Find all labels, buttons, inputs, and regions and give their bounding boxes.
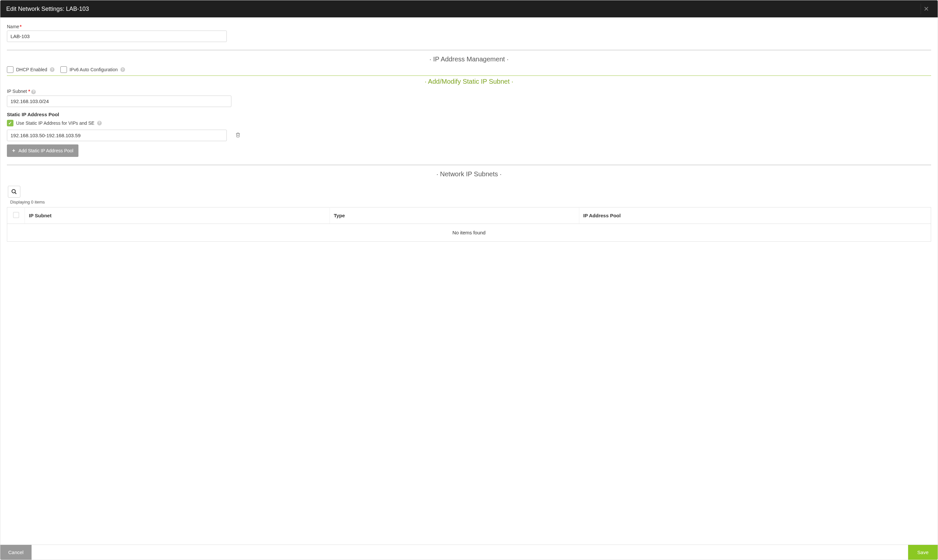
use-static-checkbox[interactable] [7,120,14,126]
add-pool-button[interactable]: + Add Static IP Address Pool [7,145,78,157]
subnet-section-header: Add/Modify Static IP Subnet [7,76,931,89]
search-button[interactable] [8,186,20,198]
ip-pool-header: IP Address Pool [579,207,931,223]
name-field-group: Name [7,24,931,42]
modal-body: Name IP Address Management DHCP Enabled … [0,17,938,545]
name-label: Name [7,24,931,29]
pool-range-row [7,130,931,141]
help-icon[interactable]: ? [50,67,54,72]
help-icon[interactable]: ? [31,89,36,94]
help-icon[interactable]: ? [97,121,102,125]
add-pool-label: Add Static IP Address Pool [18,148,73,153]
type-header: Type [329,207,579,223]
modal-footer: Cancel Save [0,545,938,560]
delete-pool-button[interactable] [234,131,242,140]
dhcp-checkbox[interactable] [7,66,14,73]
svg-point-0 [12,189,15,193]
subnets-table: IP Subnet Type IP Address Pool No items … [7,207,931,242]
use-static-checkbox-wrap[interactable]: Use Static IP Address for VIPs and SE ? [7,120,931,126]
ip-subnet-input[interactable] [7,95,231,107]
use-static-label: Use Static IP Address for VIPs and SE [16,120,95,126]
displaying-count: Displaying 0 items [10,200,931,205]
name-input[interactable] [7,31,227,42]
ipv6-checkbox[interactable] [60,66,67,73]
pool-range-input[interactable] [7,130,227,141]
select-all-checkbox[interactable] [13,212,19,218]
trash-icon [235,132,241,138]
static-pool-heading: Static IP Address Pool [7,112,931,117]
ipam-divider [7,50,931,50]
edit-network-modal: Edit Network Settings: LAB-103 ✕ Name IP… [0,0,938,560]
ipv6-checkbox-wrap[interactable]: IPv6 Auto Configuration ? [60,66,125,73]
ipam-checkboxes: DHCP Enabled ? IPv6 Auto Configuration ? [7,66,931,73]
ip-subnet-field-group: IP Subnet ? [7,89,931,107]
ipam-section-header: IP Address Management [7,54,931,66]
modal-title: Edit Network Settings: LAB-103 [6,6,89,12]
search-icon [11,189,17,195]
save-button[interactable]: Save [908,545,938,560]
modal-header: Edit Network Settings: LAB-103 ✕ [0,0,938,17]
network-subnets-header: Network IP Subnets [7,168,931,181]
svg-line-1 [15,192,16,194]
help-icon[interactable]: ? [120,67,125,72]
network-subnets-divider [7,165,931,165]
plus-icon: + [12,148,15,154]
ip-subnet-label: IP Subnet ? [7,89,931,94]
ipv6-label: IPv6 Auto Configuration [69,67,118,72]
empty-table-message: No items found [7,223,931,241]
dhcp-label: DHCP Enabled [16,67,47,72]
dhcp-checkbox-wrap[interactable]: DHCP Enabled ? [7,66,54,73]
close-icon: ✕ [924,5,929,12]
ip-subnet-header: IP Subnet [25,207,330,223]
footer-spacer [32,545,908,560]
close-button[interactable]: ✕ [921,4,932,14]
select-all-header [7,207,25,223]
cancel-button[interactable]: Cancel [0,545,32,560]
